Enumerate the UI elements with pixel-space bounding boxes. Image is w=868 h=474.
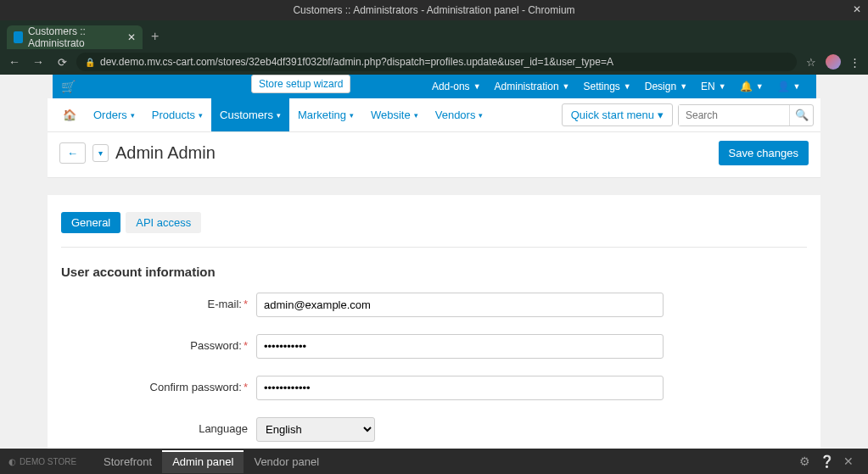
topmenu-design[interactable]: Design▼ (638, 81, 694, 92)
caret-down-icon: ▼ (473, 82, 481, 91)
browser-menu-icon[interactable]: ⋮ (846, 56, 863, 69)
row-language: Language English (61, 417, 807, 442)
tab-general[interactable]: General (61, 212, 120, 233)
row-confirm-password: Confirm password:* (61, 376, 807, 400)
label-confirm-password: Confirm password:* (61, 376, 256, 393)
content-tabs: General API access (61, 212, 807, 233)
bottom-tab-admin-panel[interactable]: Admin panel (162, 450, 244, 473)
caret-down-icon: ▾ (414, 111, 418, 120)
nav-website[interactable]: Website▾ (362, 98, 427, 131)
divider (61, 247, 807, 248)
tab-favicon (14, 31, 23, 43)
bell-icon: 🔔 (740, 81, 753, 92)
help-icon[interactable]: ❔ (815, 454, 837, 468)
tab-title: Customers :: Administrato (28, 25, 119, 49)
topmenu-notifications[interactable]: 🔔▼ (733, 81, 770, 92)
nav-customers[interactable]: Customers▾ (211, 98, 289, 131)
bottom-tab-vendor-panel[interactable]: Vendor panel (244, 450, 329, 473)
bottom-tab-storefront[interactable]: Storefront (93, 450, 162, 473)
input-email[interactable] (256, 293, 664, 317)
caret-down-icon: ▼ (624, 82, 631, 91)
top-menu-bar: 🛒 Add-ons▼ Administration▼ Settings▼ Des… (53, 75, 816, 98)
nav-home[interactable]: 🏠 (54, 109, 85, 121)
save-changes-button[interactable]: Save changes (719, 141, 809, 165)
search-icon: 🔍 (795, 109, 809, 121)
caret-down-icon: ▾ (479, 111, 483, 120)
page-title: Admin Admin (115, 143, 216, 163)
browser-tabbar: Customers :: Administrato ✕ + (0, 20, 868, 49)
user-icon: 👤 (777, 81, 790, 92)
row-email: E-mail:* (61, 293, 807, 317)
bottom-bar: ◐DEMO STORE Storefront Admin panel Vendo… (0, 449, 868, 474)
nav-search: 🔍 (678, 104, 814, 126)
home-icon: 🏠 (63, 109, 76, 121)
caret-down-icon: ▼ (563, 82, 570, 91)
caret-down-icon: ▾ (131, 111, 135, 120)
caret-down-icon: ▾ (277, 111, 281, 120)
caret-down-icon: ▾ (350, 111, 354, 120)
caret-down-icon: ▼ (756, 82, 764, 91)
browser-address-bar: ← → ⟳ 🔒 dev.demo.mv.cs-cart.com/stores/3… (0, 49, 868, 75)
nav-orders[interactable]: Orders▾ (85, 98, 143, 131)
caret-down-icon: ▾ (658, 109, 664, 121)
select-language[interactable]: English (256, 417, 375, 442)
lock-icon: 🔒 (85, 58, 95, 67)
profile-avatar[interactable] (826, 54, 841, 70)
caret-down-icon: ▼ (680, 82, 687, 91)
bookmark-star-icon[interactable]: ☆ (802, 56, 820, 69)
page-viewport: Store setup wizard 🛒 Add-ons▼ Administra… (0, 75, 868, 449)
globe-icon: ◐ (8, 457, 16, 466)
nav-products[interactable]: Products▾ (143, 98, 211, 131)
topmenu-lang[interactable]: EN▼ (694, 81, 733, 92)
input-password[interactable] (256, 334, 664, 359)
forward-button[interactable]: → (29, 55, 48, 69)
close-panel-icon[interactable]: ✕ (837, 454, 860, 468)
nav-vendors[interactable]: Vendors▾ (427, 98, 492, 131)
cart-icon[interactable]: 🛒 (61, 80, 76, 93)
settings-icon[interactable]: ⚙ (793, 454, 815, 468)
content-card: General API access User account informat… (48, 195, 820, 449)
page-header: ← ▾ Admin Admin Save changes (48, 132, 820, 178)
nav-marketing[interactable]: Marketing▾ (289, 98, 362, 131)
row-password: Password:* (61, 334, 807, 359)
label-password: Password:* (61, 334, 256, 352)
url-box[interactable]: 🔒 dev.demo.mv.cs-cart.com/stores/32eb4df… (76, 53, 797, 71)
window-close-button[interactable]: ✕ (853, 3, 861, 15)
main-nav: 🏠 Orders▾ Products▾ Customers▾ Marketing… (48, 98, 820, 132)
search-button[interactable]: 🔍 (789, 105, 813, 125)
tab-api-access[interactable]: API access (126, 212, 201, 233)
search-input[interactable] (679, 105, 789, 125)
label-language: Language (61, 417, 256, 435)
brand-badge: ◐DEMO STORE (8, 457, 76, 466)
quick-start-menu-button[interactable]: Quick start menu▾ (562, 103, 673, 126)
tab-close-icon[interactable]: ✕ (124, 31, 136, 43)
back-arrow-button[interactable]: ← (59, 142, 86, 164)
window-title: Customers :: Administrators - Administra… (293, 4, 574, 16)
caret-down-icon: ▾ (199, 111, 203, 120)
back-button[interactable]: ← (5, 55, 24, 69)
header-dropdown-button[interactable]: ▾ (92, 144, 109, 162)
caret-down-icon: ▼ (719, 82, 726, 91)
reload-button[interactable]: ⟳ (53, 56, 71, 69)
url-text: dev.demo.mv.cs-cart.com/stores/32eb4df39… (100, 56, 613, 68)
topmenu-addons[interactable]: Add-ons▼ (425, 81, 488, 92)
label-email: E-mail:* (61, 293, 256, 310)
input-confirm-password[interactable] (256, 376, 664, 400)
topmenu-settings[interactable]: Settings▼ (577, 81, 638, 92)
topmenu-user[interactable]: 👤▼ (770, 81, 808, 92)
browser-tab[interactable]: Customers :: Administrato ✕ (7, 25, 143, 49)
section-user-account: User account information (61, 265, 807, 279)
store-setup-wizard-button[interactable]: Store setup wizard (251, 75, 350, 93)
topmenu-administration[interactable]: Administration▼ (488, 81, 577, 92)
window-titlebar: Customers :: Administrators - Administra… (0, 0, 868, 20)
caret-down-icon: ▼ (793, 82, 801, 91)
new-tab-button[interactable]: + (143, 24, 167, 49)
